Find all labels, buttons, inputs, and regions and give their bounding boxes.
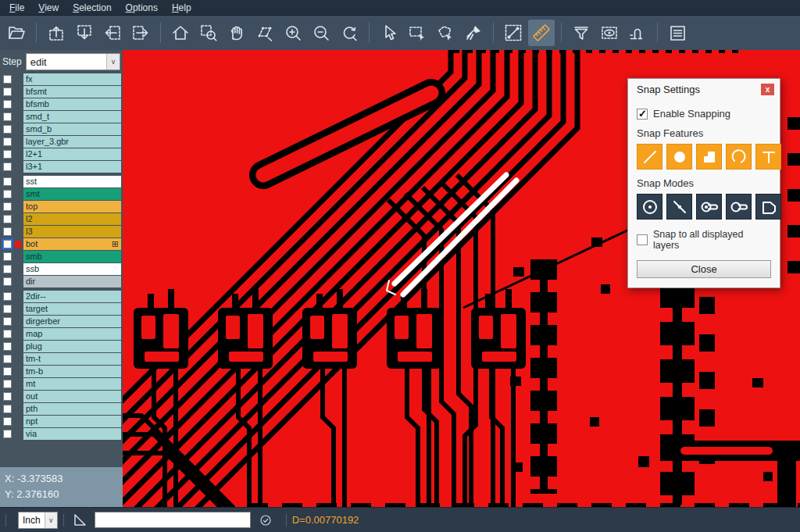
layer-row-label[interactable]: mt: [23, 378, 121, 390]
layer-row-label[interactable]: l2+1: [23, 148, 121, 160]
snap-arc-button[interactable]: [726, 144, 752, 170]
snap-line-button[interactable]: [637, 144, 662, 170]
layer-row-label[interactable]: bfsmb: [23, 98, 121, 110]
snap-text-button[interactable]: [755, 144, 781, 170]
layer-row-label[interactable]: map: [23, 328, 121, 340]
layer-row-label[interactable]: 2dir--: [23, 291, 121, 302]
select-poly-button[interactable]: [432, 20, 459, 46]
layer-visibility-checkbox[interactable]: [3, 75, 12, 84]
snap-outline-button[interactable]: [755, 194, 781, 220]
unit-dropdown[interactable]: Inch: [18, 512, 58, 529]
layer-visibility-checkbox[interactable]: [3, 317, 12, 326]
layer-visibility-checkbox[interactable]: [3, 100, 12, 109]
layer-form-button[interactable]: [664, 20, 691, 46]
layer-row-label[interactable]: l2: [23, 213, 121, 225]
home-view-button[interactable]: [167, 20, 194, 46]
layer-visibility-checkbox[interactable]: [3, 342, 12, 351]
layer-row-label[interactable]: plug: [23, 341, 121, 352]
menu-view[interactable]: View: [31, 2, 66, 13]
enable-snapping-checkbox[interactable]: [637, 109, 648, 120]
snap-pad-outline-button[interactable]: [726, 194, 752, 220]
layer-visibility-checkbox[interactable]: [3, 137, 12, 146]
layer-row-label[interactable]: npt: [23, 416, 121, 427]
layer-visibility-checkbox[interactable]: [3, 355, 12, 363]
layer-row-label[interactable]: dir: [23, 276, 121, 287]
grid-icon[interactable]: ⊞: [112, 238, 119, 250]
pan-hand-button[interactable]: [223, 20, 250, 46]
menu-selection[interactable]: Selection: [66, 2, 118, 13]
filter-button[interactable]: [568, 20, 595, 46]
layer-visibility-checkbox[interactable]: [3, 417, 12, 426]
zoom-reset-button[interactable]: [336, 20, 362, 46]
layer-row-label[interactable]: target: [23, 303, 121, 315]
layer-visibility-checkbox[interactable]: [3, 292, 12, 301]
layer-visibility-checkbox[interactable]: [3, 240, 12, 248]
layer-row-label[interactable]: ssb: [23, 263, 121, 275]
shift-right-button[interactable]: [127, 20, 154, 46]
shift-down-button[interactable]: [71, 20, 98, 46]
snap-point-button[interactable]: [666, 194, 692, 220]
layer-visibility-checkbox[interactable]: [3, 330, 12, 338]
layer-visibility-checkbox[interactable]: [3, 380, 12, 388]
layer-row-label[interactable]: smt: [23, 188, 121, 200]
snap-surface-button[interactable]: [696, 144, 722, 170]
layer-row-label[interactable]: bot⊞: [23, 238, 121, 250]
shift-up-button[interactable]: [43, 20, 70, 46]
angle-measure-icon[interactable]: [71, 511, 90, 530]
layer-visibility-checkbox[interactable]: [3, 227, 12, 236]
layer-row-label[interactable]: l3+1: [23, 161, 121, 173]
refresh-check-icon[interactable]: [259, 513, 273, 527]
layer-row-label[interactable]: fx: [23, 73, 121, 85]
snap-circle-button[interactable]: [666, 144, 692, 170]
layer-row-label[interactable]: layer_3.gbr: [23, 136, 121, 148]
layer-visibility-checkbox[interactable]: [3, 430, 12, 438]
layer-row-label[interactable]: dirgerber: [23, 316, 121, 327]
layer-visibility-checkbox[interactable]: [3, 190, 12, 198]
layer-visibility-checkbox[interactable]: [3, 150, 12, 159]
zoom-area-button[interactable]: [195, 20, 222, 46]
select-arrow-button[interactable]: [376, 20, 402, 46]
command-input[interactable]: [95, 512, 251, 528]
layer-visibility-checkbox[interactable]: [3, 405, 12, 413]
layer-row-label[interactable]: smd_t: [23, 111, 121, 123]
layer-visibility-checkbox[interactable]: [3, 305, 12, 313]
menu-options[interactable]: Options: [119, 2, 165, 13]
select-rect-button[interactable]: [404, 20, 430, 46]
layer-visibility-checkbox[interactable]: [3, 87, 12, 96]
layer-row-label[interactable]: smb: [23, 251, 121, 262]
layer-row-label[interactable]: bfsmt: [23, 86, 121, 98]
clean-brush-button[interactable]: [460, 20, 487, 46]
layer-row-label[interactable]: tm-b: [23, 366, 121, 377]
layer-visibility-checkbox[interactable]: [3, 162, 12, 171]
layer-row-label[interactable]: l3: [23, 226, 121, 237]
snap-pad-with-hole-button[interactable]: [696, 194, 722, 220]
layer-row-label[interactable]: sst: [23, 176, 121, 187]
layer-visibility-checkbox[interactable]: [3, 392, 12, 401]
close-button[interactable]: Close: [637, 260, 771, 278]
view-box-button[interactable]: [596, 20, 623, 46]
layer-row-label[interactable]: via: [23, 428, 121, 440]
layer-visibility-checkbox[interactable]: [3, 202, 12, 211]
close-icon[interactable]: x: [761, 84, 774, 95]
snap-all-layers-checkbox[interactable]: [637, 234, 648, 245]
open-file-button[interactable]: [3, 20, 30, 46]
layer-visibility-checkbox[interactable]: [3, 125, 12, 134]
layer-row-label[interactable]: tm-t: [23, 353, 121, 365]
layer-visibility-checkbox[interactable]: [3, 177, 12, 186]
measure-line-button[interactable]: [500, 20, 527, 46]
zoom-in-button[interactable]: [280, 20, 306, 46]
menu-help[interactable]: Help: [165, 2, 198, 13]
layer-visibility-checkbox[interactable]: [3, 252, 12, 261]
layer-visibility-checkbox[interactable]: [3, 215, 12, 223]
step-dropdown[interactable]: edit: [26, 53, 120, 70]
layer-visibility-checkbox[interactable]: [3, 112, 12, 121]
layer-visibility-checkbox[interactable]: [3, 265, 12, 273]
snap-center-button[interactable]: [637, 194, 662, 220]
dialog-title-bar[interactable]: Snap Settings x: [628, 79, 780, 100]
zoom-out-button[interactable]: [308, 20, 334, 46]
layer-row-label[interactable]: pth: [23, 403, 121, 415]
ruler-button[interactable]: [528, 20, 555, 46]
layer-visibility-checkbox[interactable]: [3, 367, 12, 376]
snap-button[interactable]: [624, 20, 651, 46]
layer-visibility-checkbox[interactable]: [3, 277, 12, 286]
